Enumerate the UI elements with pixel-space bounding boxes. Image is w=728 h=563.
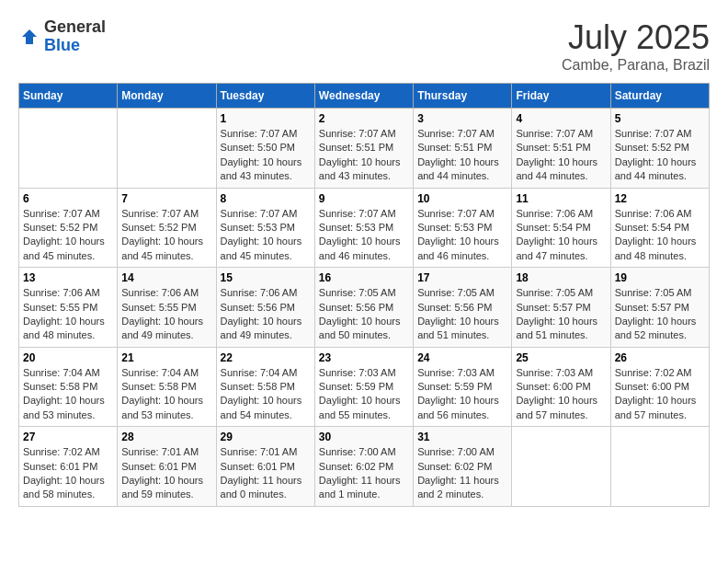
day-info: Sunrise: 7:06 AM Sunset: 5:54 PM Dayligh… bbox=[615, 207, 705, 264]
day-number: 2 bbox=[319, 112, 409, 125]
day-of-week-header: Sunday bbox=[19, 84, 118, 109]
calendar-day-cell: 15Sunrise: 7:06 AM Sunset: 5:56 PM Dayli… bbox=[216, 268, 314, 348]
calendar-week-row: 20Sunrise: 7:04 AM Sunset: 5:58 PM Dayli… bbox=[19, 347, 710, 427]
calendar-day-cell: 5Sunrise: 7:07 AM Sunset: 5:52 PM Daylig… bbox=[610, 109, 709, 189]
day-number: 24 bbox=[417, 351, 507, 364]
day-info: Sunrise: 7:01 AM Sunset: 6:01 PM Dayligh… bbox=[121, 445, 211, 502]
calendar-day-cell: 27Sunrise: 7:02 AM Sunset: 6:01 PM Dayli… bbox=[19, 427, 118, 507]
calendar-day-cell: 26Sunrise: 7:02 AM Sunset: 6:00 PM Dayli… bbox=[610, 347, 709, 427]
logo-text: General Blue bbox=[44, 18, 106, 55]
day-info: Sunrise: 7:07 AM Sunset: 5:53 PM Dayligh… bbox=[319, 207, 409, 264]
day-number: 31 bbox=[417, 431, 507, 443]
day-info: Sunrise: 7:00 AM Sunset: 6:02 PM Dayligh… bbox=[319, 445, 409, 502]
calendar-day-cell: 1Sunrise: 7:07 AM Sunset: 5:50 PM Daylig… bbox=[216, 109, 314, 189]
day-number: 15 bbox=[221, 271, 311, 284]
logo: General Blue bbox=[18, 18, 106, 55]
calendar-day-cell: 12Sunrise: 7:06 AM Sunset: 5:54 PM Dayli… bbox=[610, 188, 709, 268]
day-number: 30 bbox=[319, 431, 409, 443]
day-info: Sunrise: 7:06 AM Sunset: 5:55 PM Dayligh… bbox=[121, 286, 211, 343]
day-of-week-header: Monday bbox=[118, 84, 216, 109]
day-info: Sunrise: 7:07 AM Sunset: 5:52 PM Dayligh… bbox=[23, 207, 113, 264]
calendar-day-cell: 2Sunrise: 7:07 AM Sunset: 5:51 PM Daylig… bbox=[314, 109, 413, 189]
day-info: Sunrise: 7:07 AM Sunset: 5:51 PM Dayligh… bbox=[417, 127, 507, 184]
day-number: 11 bbox=[516, 192, 606, 205]
calendar-day-cell: 20Sunrise: 7:04 AM Sunset: 5:58 PM Dayli… bbox=[19, 347, 118, 427]
day-of-week-header: Friday bbox=[512, 84, 610, 109]
calendar-week-row: 1Sunrise: 7:07 AM Sunset: 5:50 PM Daylig… bbox=[19, 109, 710, 189]
title-block: July 2025 Cambe, Parana, Brazil bbox=[562, 18, 710, 74]
day-info: Sunrise: 7:02 AM Sunset: 6:01 PM Dayligh… bbox=[23, 445, 113, 502]
day-number: 18 bbox=[516, 271, 606, 284]
day-number: 6 bbox=[23, 192, 113, 205]
calendar-day-cell: 24Sunrise: 7:03 AM Sunset: 5:59 PM Dayli… bbox=[414, 347, 512, 427]
day-number: 3 bbox=[417, 112, 507, 125]
day-number: 27 bbox=[23, 431, 113, 443]
day-number: 14 bbox=[121, 271, 211, 284]
svg-marker-0 bbox=[22, 29, 37, 44]
calendar-day-cell: 31Sunrise: 7:00 AM Sunset: 6:02 PM Dayli… bbox=[414, 427, 512, 507]
day-info: Sunrise: 7:06 AM Sunset: 5:54 PM Dayligh… bbox=[516, 207, 606, 264]
calendar-day-cell: 8Sunrise: 7:07 AM Sunset: 5:53 PM Daylig… bbox=[216, 188, 314, 268]
day-info: Sunrise: 7:04 AM Sunset: 5:58 PM Dayligh… bbox=[23, 366, 113, 423]
day-info: Sunrise: 7:06 AM Sunset: 5:55 PM Dayligh… bbox=[23, 286, 113, 343]
calendar-day-cell: 16Sunrise: 7:05 AM Sunset: 5:56 PM Dayli… bbox=[314, 268, 413, 348]
day-number: 10 bbox=[417, 192, 507, 205]
day-number: 22 bbox=[221, 351, 311, 364]
calendar-day-cell bbox=[610, 427, 709, 507]
day-info: Sunrise: 7:07 AM Sunset: 5:53 PM Dayligh… bbox=[417, 207, 507, 264]
calendar-day-cell: 4Sunrise: 7:07 AM Sunset: 5:51 PM Daylig… bbox=[512, 109, 610, 189]
day-info: Sunrise: 7:07 AM Sunset: 5:51 PM Dayligh… bbox=[319, 127, 409, 184]
day-info: Sunrise: 7:07 AM Sunset: 5:51 PM Dayligh… bbox=[516, 127, 606, 184]
calendar-day-cell: 9Sunrise: 7:07 AM Sunset: 5:53 PM Daylig… bbox=[314, 188, 413, 268]
day-number: 26 bbox=[615, 351, 705, 364]
day-info: Sunrise: 7:04 AM Sunset: 5:58 PM Dayligh… bbox=[121, 366, 211, 423]
day-number: 21 bbox=[121, 351, 211, 364]
month-title: July 2025 bbox=[562, 18, 710, 57]
day-info: Sunrise: 7:05 AM Sunset: 5:56 PM Dayligh… bbox=[417, 286, 507, 343]
day-info: Sunrise: 7:06 AM Sunset: 5:56 PM Dayligh… bbox=[221, 286, 311, 343]
page-header: General Blue July 2025 Cambe, Parana, Br… bbox=[18, 18, 710, 74]
day-of-week-header: Thursday bbox=[414, 84, 512, 109]
calendar-day-cell: 7Sunrise: 7:07 AM Sunset: 5:52 PM Daylig… bbox=[118, 188, 216, 268]
calendar-day-cell: 17Sunrise: 7:05 AM Sunset: 5:56 PM Dayli… bbox=[414, 268, 512, 348]
calendar-day-cell: 14Sunrise: 7:06 AM Sunset: 5:55 PM Dayli… bbox=[118, 268, 216, 348]
calendar-day-cell: 18Sunrise: 7:05 AM Sunset: 5:57 PM Dayli… bbox=[512, 268, 610, 348]
day-of-week-header: Saturday bbox=[610, 84, 709, 109]
day-info: Sunrise: 7:02 AM Sunset: 6:00 PM Dayligh… bbox=[615, 366, 705, 423]
day-info: Sunrise: 7:03 AM Sunset: 5:59 PM Dayligh… bbox=[417, 366, 507, 423]
day-info: Sunrise: 7:07 AM Sunset: 5:53 PM Dayligh… bbox=[221, 207, 311, 264]
logo-general: General bbox=[44, 18, 106, 37]
calendar-table: SundayMondayTuesdayWednesdayThursdayFrid… bbox=[18, 83, 710, 507]
calendar-day-cell: 10Sunrise: 7:07 AM Sunset: 5:53 PM Dayli… bbox=[414, 188, 512, 268]
day-of-week-header: Wednesday bbox=[314, 84, 413, 109]
calendar-day-cell: 13Sunrise: 7:06 AM Sunset: 5:55 PM Dayli… bbox=[19, 268, 118, 348]
day-info: Sunrise: 7:03 AM Sunset: 5:59 PM Dayligh… bbox=[319, 366, 409, 423]
calendar-week-row: 27Sunrise: 7:02 AM Sunset: 6:01 PM Dayli… bbox=[19, 427, 710, 507]
day-info: Sunrise: 7:03 AM Sunset: 6:00 PM Dayligh… bbox=[516, 366, 606, 423]
calendar-header-row: SundayMondayTuesdayWednesdayThursdayFrid… bbox=[19, 84, 710, 109]
day-info: Sunrise: 7:05 AM Sunset: 5:56 PM Dayligh… bbox=[319, 286, 409, 343]
day-number: 23 bbox=[319, 351, 409, 364]
day-number: 13 bbox=[23, 271, 113, 284]
calendar-week-row: 13Sunrise: 7:06 AM Sunset: 5:55 PM Dayli… bbox=[19, 268, 710, 348]
calendar-day-cell: 19Sunrise: 7:05 AM Sunset: 5:57 PM Dayli… bbox=[610, 268, 709, 348]
day-number: 20 bbox=[23, 351, 113, 364]
day-number: 7 bbox=[121, 192, 211, 205]
day-info: Sunrise: 7:07 AM Sunset: 5:52 PM Dayligh… bbox=[121, 207, 211, 264]
calendar-day-cell: 23Sunrise: 7:03 AM Sunset: 5:59 PM Dayli… bbox=[314, 347, 413, 427]
day-info: Sunrise: 7:07 AM Sunset: 5:52 PM Dayligh… bbox=[615, 127, 705, 184]
day-info: Sunrise: 7:05 AM Sunset: 5:57 PM Dayligh… bbox=[516, 286, 606, 343]
day-info: Sunrise: 7:00 AM Sunset: 6:02 PM Dayligh… bbox=[417, 445, 507, 502]
calendar-day-cell: 21Sunrise: 7:04 AM Sunset: 5:58 PM Dayli… bbox=[118, 347, 216, 427]
day-number: 25 bbox=[516, 351, 606, 364]
calendar-day-cell: 29Sunrise: 7:01 AM Sunset: 6:01 PM Dayli… bbox=[216, 427, 314, 507]
calendar-day-cell: 30Sunrise: 7:00 AM Sunset: 6:02 PM Dayli… bbox=[314, 427, 413, 507]
day-number: 1 bbox=[221, 112, 311, 125]
day-number: 17 bbox=[417, 271, 507, 284]
day-number: 4 bbox=[516, 112, 606, 125]
calendar-day-cell bbox=[512, 427, 610, 507]
calendar-day-cell bbox=[118, 109, 216, 189]
day-of-week-header: Tuesday bbox=[216, 84, 314, 109]
calendar-day-cell bbox=[19, 109, 118, 189]
day-info: Sunrise: 7:04 AM Sunset: 5:58 PM Dayligh… bbox=[221, 366, 311, 423]
